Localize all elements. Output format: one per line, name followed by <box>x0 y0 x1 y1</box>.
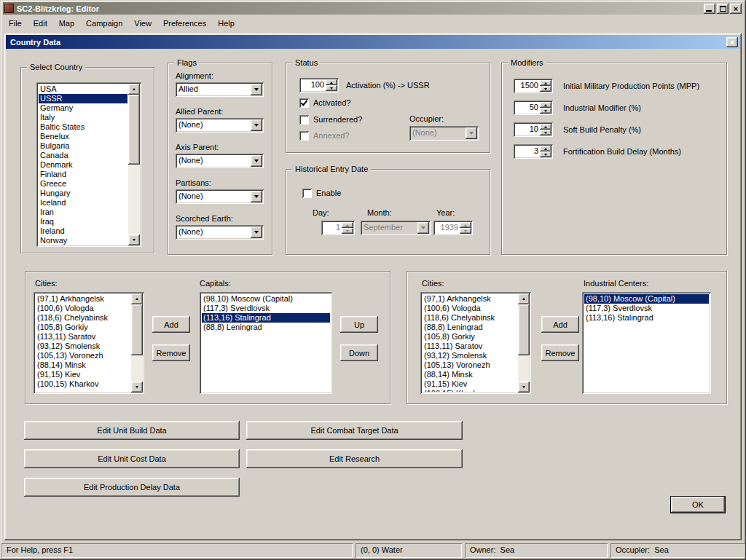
scroll-up-button[interactable] <box>128 84 140 95</box>
spin-up-button[interactable] <box>326 79 337 85</box>
cities-scrollbar[interactable] <box>131 293 143 393</box>
capitals-down-button[interactable]: Down <box>340 344 378 361</box>
capitals-cities-listbox[interactable]: (97,1) Arkhangelsk(100,6) Vologda(118,6)… <box>34 292 144 394</box>
mpp-spinner[interactable]: 1500 <box>514 79 553 93</box>
dropdown-arrow-icon[interactable] <box>251 84 262 95</box>
list-item[interactable]: (117,3) Sverdlovsk <box>202 304 330 313</box>
list-item[interactable]: (93,12) Smolensk <box>423 351 517 360</box>
country-list-scrollbar[interactable] <box>128 84 140 245</box>
list-item[interactable]: (113,11) Saratov <box>423 342 517 351</box>
menu-item[interactable]: Help <box>212 17 240 30</box>
spin-down-button[interactable] <box>326 85 337 91</box>
edit-unit-cost-data-button[interactable]: Edit Unit Cost Data <box>24 449 240 468</box>
spin-down-button[interactable] <box>540 108 551 114</box>
activation-spinner[interactable]: 100 <box>299 78 339 92</box>
capitals-listbox[interactable]: (98,10) Moscow (Capital)(117,3) Sverdlov… <box>200 292 332 394</box>
alignment-select[interactable]: Allied <box>176 82 264 97</box>
scroll-up-button[interactable] <box>518 293 530 304</box>
spin-up-button[interactable] <box>540 124 551 130</box>
soft-build-penalty-spinner[interactable]: 10 <box>514 122 553 137</box>
scorched-earth-select[interactable]: (None) <box>176 225 264 240</box>
list-item[interactable]: (117,3) Sverdlovsk <box>584 304 709 313</box>
list-item[interactable]: (97,1) Arkhangelsk <box>423 294 517 304</box>
dropdown-arrow-icon[interactable] <box>251 191 262 202</box>
list-item[interactable]: Ireland <box>39 226 127 236</box>
list-item[interactable]: (100,6) Vologda <box>36 304 130 313</box>
scrollbar-thumb[interactable] <box>131 304 143 355</box>
list-item[interactable]: Germany <box>39 103 127 113</box>
edit-production-delay-data-button[interactable]: Edit Production Delay Data <box>24 478 240 497</box>
spin-up-button[interactable] <box>540 80 551 86</box>
dropdown-arrow-icon[interactable] <box>251 155 262 167</box>
spin-up-button[interactable] <box>540 146 551 151</box>
close-button[interactable]: × <box>730 4 742 14</box>
spin-down-button[interactable] <box>540 151 551 157</box>
industrial-remove-button[interactable]: Remove <box>541 344 579 361</box>
scrollbar-track[interactable] <box>128 95 140 234</box>
scrollbar-track[interactable] <box>518 304 530 382</box>
enable-checkbox[interactable]: Enable <box>302 188 341 198</box>
dropdown-arrow-icon[interactable] <box>251 119 262 131</box>
list-item[interactable]: (118,6) Chelyabinsk <box>36 313 130 323</box>
cities-scrollbar[interactable] <box>518 293 530 393</box>
menu-item[interactable]: File <box>3 17 28 30</box>
list-item[interactable]: (91,15) Kiev <box>423 379 517 389</box>
industrial-add-button[interactable]: Add <box>541 316 579 333</box>
scroll-down-button[interactable] <box>131 382 143 393</box>
list-item[interactable]: Italy <box>39 113 127 122</box>
scrollbar-thumb[interactable] <box>518 304 530 355</box>
list-item[interactable]: (100,15) Kharkov <box>423 389 517 392</box>
list-item[interactable]: (113,16) Stalingrad <box>584 313 709 323</box>
list-item[interactable]: (88,14) Minsk <box>36 360 130 370</box>
list-item[interactable]: (98,10) Moscow (Capital) <box>584 294 709 304</box>
list-item[interactable]: Iceland <box>39 198 127 208</box>
partisans-select[interactable]: (None) <box>176 189 264 204</box>
axis-parent-select[interactable]: (None) <box>176 154 264 168</box>
industrial-cities-listbox[interactable]: (97,1) Arkhangelsk(100,6) Vologda(118,6)… <box>420 292 531 394</box>
ok-button[interactable]: OK <box>670 496 726 513</box>
list-item[interactable]: (88,8) Leningrad <box>202 323 330 332</box>
scroll-down-button[interactable] <box>518 382 530 393</box>
spin-down-button[interactable] <box>540 130 551 135</box>
list-item[interactable]: (113,16) Stalingrad <box>202 313 330 323</box>
capitals-remove-button[interactable]: Remove <box>152 344 190 361</box>
maximize-button[interactable] <box>717 4 729 14</box>
list-item[interactable]: (93,12) Smolensk <box>36 342 130 351</box>
industrial-centers-listbox[interactable]: (98,10) Moscow (Capital)(117,3) Sverdlov… <box>582 292 711 394</box>
surrendered-checkbox[interactable]: Surrendered? <box>299 114 362 125</box>
list-item[interactable]: Norway <box>39 236 127 245</box>
list-item[interactable]: USSR <box>39 94 127 103</box>
list-item[interactable]: (113,11) Saratov <box>36 332 130 342</box>
scroll-up-button[interactable] <box>131 293 143 304</box>
list-item[interactable]: (91,15) Kiev <box>36 370 130 379</box>
edit-research-button[interactable]: Edit Research <box>246 449 463 468</box>
spin-up-button[interactable] <box>540 102 551 108</box>
list-item[interactable]: (105,13) Voronezh <box>423 360 517 370</box>
country-listbox[interactable]: USAUSSRGermanyItalyBaltic StatesBeneluxB… <box>36 82 141 247</box>
list-item[interactable]: Finland <box>39 170 127 179</box>
scrollbar-thumb[interactable] <box>128 95 140 165</box>
list-item[interactable]: (105,8) Gorkiy <box>36 323 130 332</box>
menu-item[interactable]: Campaign <box>80 17 128 30</box>
list-item[interactable]: (98,10) Moscow (Capital) <box>202 294 330 304</box>
menu-item[interactable]: Edit <box>28 17 53 30</box>
list-item[interactable]: Baltic States <box>39 122 127 132</box>
edit-combat-target-data-button[interactable]: Edit Combat Target Data <box>246 421 463 440</box>
list-item[interactable]: (105,13) Voronezh <box>36 351 130 360</box>
list-item[interactable]: Iran <box>39 208 127 217</box>
capitals-add-button[interactable]: Add <box>152 316 190 333</box>
menu-item[interactable]: Preferences <box>157 17 212 30</box>
list-item[interactable]: USA <box>39 84 127 94</box>
minimize-button[interactable] <box>704 4 715 14</box>
list-item[interactable]: (118,6) Chelyabinsk <box>423 313 517 323</box>
menu-item[interactable]: View <box>128 17 157 30</box>
list-item[interactable]: (88,8) Leningrad <box>423 323 517 332</box>
list-item[interactable]: Bulgaria <box>39 141 127 151</box>
list-item[interactable]: Iraq <box>39 217 127 226</box>
scrollbar-track[interactable] <box>131 304 143 382</box>
list-item[interactable]: (100,15) Kharkov <box>36 379 130 389</box>
list-item[interactable]: Hungary <box>39 189 127 198</box>
list-item[interactable]: Benelux <box>39 132 127 141</box>
list-item[interactable]: (88,14) Minsk <box>423 370 517 379</box>
list-item[interactable]: Canada <box>39 151 127 160</box>
